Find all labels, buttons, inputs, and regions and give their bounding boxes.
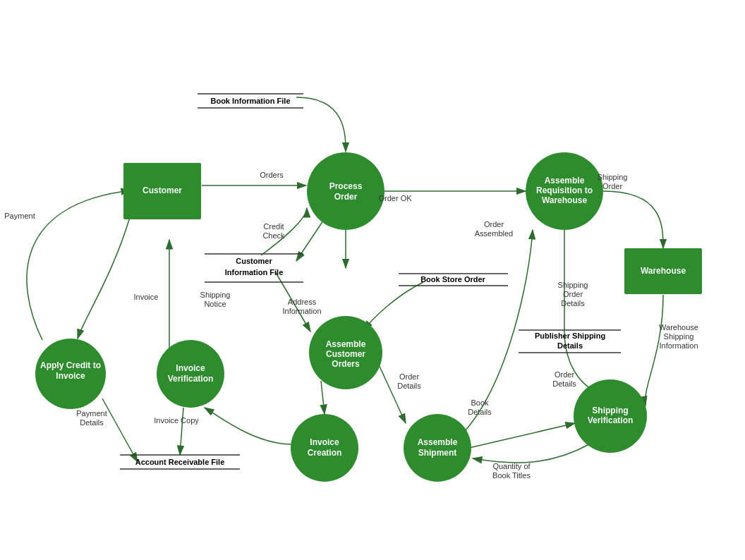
- shipping-verification-label1: Shipping: [592, 406, 628, 415]
- flow-shipping-to-shipment: [473, 444, 589, 463]
- assemble-req-label2: Requisition to: [536, 185, 593, 195]
- label-payment-details: Payment: [76, 409, 107, 418]
- label-shipping-order-details3: Details: [561, 299, 585, 308]
- label-cif-line2: Information File: [225, 268, 284, 276]
- label-order-ok: Order OK: [378, 194, 412, 202]
- label-order-details: Order: [399, 372, 419, 381]
- assemble-customer-label3: Orders: [332, 359, 360, 369]
- assemble-req-label3: Warehouse: [542, 195, 588, 205]
- label-psd-line2: Details: [557, 341, 583, 350]
- label-warehouse-shipping: Warehouse: [659, 323, 698, 331]
- label-qty-book-titles2: Book Titles: [492, 471, 531, 480]
- flow-assemble-to-invoice: [321, 381, 325, 414]
- assemble-shipment-label2: Shipment: [418, 448, 457, 458]
- diagram-canvas: Book Information File Customer Informati…: [0, 0, 745, 560]
- label-order-assembled: Order: [484, 220, 504, 229]
- label-order-details-psd2: Details: [552, 379, 576, 388]
- label-psd-line1: Publisher Shipping: [535, 331, 605, 340]
- flow-invoice-to-verification: [205, 408, 293, 444]
- flow-apply-to-customer: [27, 190, 131, 340]
- label-qty-book-titles: Quantity of: [492, 462, 531, 470]
- assemble-shipment-label1: Assemble: [418, 437, 458, 447]
- label-payment: Payment: [4, 212, 35, 220]
- label-order-assembled2: Assembled: [475, 229, 513, 238]
- invoice-verification-label1: Invoice: [176, 363, 205, 373]
- apply-credit-label2: Invoice: [56, 371, 85, 381]
- label-shipping-notice: Shipping: [200, 291, 231, 299]
- label-shipping-order2: Order: [602, 182, 622, 190]
- label-shipping-notice2: Notice: [204, 300, 226, 308]
- label-payment-details2: Details: [80, 418, 104, 427]
- label-order-details2: Details: [397, 382, 421, 390]
- label-warehouse-shipping3: Information: [659, 341, 698, 350]
- entity-customer-label: Customer: [143, 185, 182, 195]
- label-credit-check: Credit: [263, 222, 284, 231]
- label-shipping-order-details2: Order: [563, 290, 583, 298]
- label-credit-check2: Check: [262, 231, 285, 240]
- assemble-customer-label2: Customer: [326, 349, 365, 359]
- shipping-verification-label2: Verification: [588, 415, 634, 425]
- entity-warehouse-label: Warehouse: [641, 266, 686, 276]
- flow-book-info-to-process: [296, 97, 346, 152]
- flow-req-to-shipping-det: [564, 230, 610, 393]
- assemble-customer-label1: Assemble: [326, 339, 366, 349]
- process-order-label2: Order: [334, 192, 358, 202]
- flow-req-to-warehouse: [603, 191, 663, 248]
- invoice-creation-label2: Creation: [308, 448, 342, 458]
- label-book-info: Book Information File: [210, 97, 290, 105]
- apply-credit-label1: Apply Credit to: [40, 360, 101, 370]
- label-address-info: Address: [288, 298, 317, 306]
- label-address-info2: Information: [282, 307, 321, 315]
- flow-customer-to-apply: [78, 215, 131, 339]
- label-order-details-psd: Order: [555, 370, 574, 379]
- label-ar: Account Receivable File: [135, 458, 225, 466]
- flow-verification-to-ar: [180, 408, 183, 455]
- label-bso: Book Store Order: [420, 275, 485, 284]
- label-cif-line1: Customer: [236, 257, 272, 265]
- assemble-req-label1: Assemble: [545, 176, 585, 185]
- invoice-verification-label2: Verification: [168, 374, 214, 384]
- invoice-creation-label1: Invoice: [310, 437, 339, 447]
- label-book-details: Book: [471, 398, 489, 407]
- label-invoice: Invoice: [134, 293, 159, 301]
- label-invoice-copy: Invoice Copy: [154, 416, 199, 425]
- label-orders: Orders: [260, 171, 284, 179]
- flow-apply-to-ar: [102, 398, 138, 462]
- label-book-details2: Details: [468, 408, 492, 416]
- process-order-label: Process: [329, 181, 363, 191]
- flow-shipment-to-shipping-ver: [469, 423, 575, 448]
- label-warehouse-shipping2: Shipping: [664, 332, 694, 341]
- label-shipping-order: Shipping: [598, 173, 628, 181]
- flow-process-to-cif: [296, 219, 325, 261]
- label-shipping-order-details: Shipping: [558, 281, 588, 289]
- flow-warehouse-to-shipping: [645, 295, 663, 406]
- flow-bso-to-assemble: [363, 282, 423, 330]
